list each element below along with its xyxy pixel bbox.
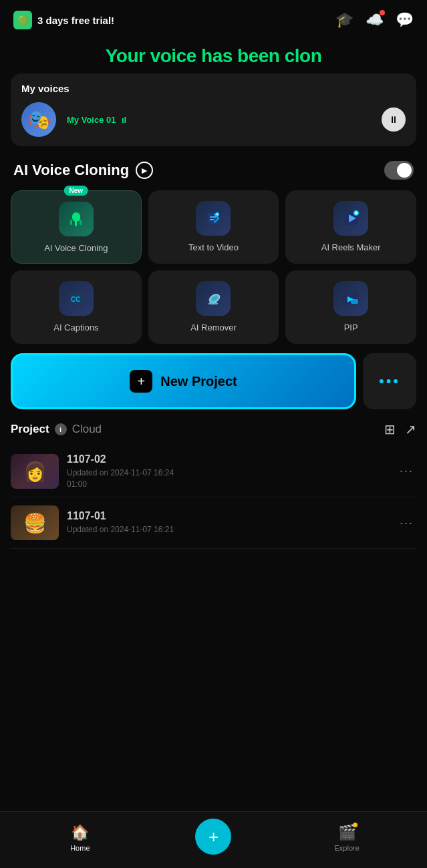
voice-bars: ıl: [122, 115, 126, 125]
project-item[interactable]: 1107-01 Updated on 2024-11-07 16:21 ···: [11, 497, 416, 549]
feature-label-ai-reels-maker: AI Reels Maker: [321, 242, 381, 252]
feature-card-ai-remover[interactable]: AI Remover: [148, 270, 279, 344]
voice-item[interactable]: 🎭 My Voice 01 ıl ⏸: [21, 102, 406, 137]
top-icons: 🎓 ☁️ 💬: [335, 11, 414, 29]
feature-label-ai-voice-cloning: AI Voice Cloning: [44, 243, 108, 253]
play-circle-icon[interactable]: ▶: [136, 162, 153, 179]
voices-card: My voices 🎭 My Voice 01 ıl ⏸: [11, 73, 416, 146]
ai-reels-icon: [333, 201, 368, 236]
ai-voice-section-header: AI Voice Cloning ▶: [0, 153, 427, 186]
nav-explore[interactable]: 🎬 Explore: [327, 824, 367, 852]
nav-home[interactable]: 🏠 Home: [60, 824, 100, 852]
bottom-nav: 🏠 Home + 🎬 Explore: [0, 811, 427, 868]
trial-icon: 🟢: [13, 11, 32, 29]
banner-title: Your voice has been clon: [0, 36, 427, 73]
project-header: Project i Cloud ⊞ ↗: [11, 421, 416, 437]
feature-card-text-to-video[interactable]: Text to Video: [148, 190, 279, 264]
new-project-button[interactable]: + New Project: [11, 353, 356, 409]
trial-badge[interactable]: 🟢 3 days free trial!: [13, 11, 114, 29]
nav-create[interactable]: +: [193, 819, 233, 857]
svg-rect-14: [208, 302, 218, 304]
item-more-button-1[interactable]: ···: [397, 464, 416, 478]
more-button[interactable]: •••: [363, 353, 416, 409]
share-icon[interactable]: ↗: [405, 421, 416, 437]
project-duration: 01:00: [67, 479, 389, 489]
graduation-icon[interactable]: 🎓: [335, 11, 353, 29]
ai-voice-icon: [59, 202, 94, 236]
voice-name: My Voice 01 ıl: [64, 114, 374, 126]
new-project-label: New Project: [160, 374, 237, 389]
feature-card-pip[interactable]: PIP: [285, 270, 416, 344]
new-badge: New: [64, 186, 89, 196]
project-list: 1107-02 Updated on 2024-11-07 16:24 01:0…: [11, 445, 416, 549]
action-row: + New Project •••: [0, 351, 427, 417]
item-more-button-2[interactable]: ···: [397, 516, 416, 530]
voices-label: My voices: [21, 83, 406, 94]
project-info-icon[interactable]: i: [55, 423, 67, 435]
feature-card-ai-reels-maker[interactable]: AI Reels Maker: [285, 190, 416, 264]
grid-view-icon[interactable]: ⊞: [384, 421, 396, 437]
ai-remover-icon: [196, 281, 231, 316]
feature-label-text-to-video: Text to Video: [188, 242, 239, 252]
text-to-video-icon: [196, 201, 231, 236]
project-name: 1107-02: [67, 453, 389, 465]
feature-card-ai-voice-cloning[interactable]: New AI Voice Cloning: [11, 190, 142, 264]
toggle-button[interactable]: [384, 161, 414, 180]
project-info-1107-02: 1107-02 Updated on 2024-11-07 16:24 01:0…: [67, 453, 389, 489]
cloud-tab[interactable]: Cloud: [72, 423, 102, 436]
project-date: Updated on 2024-11-07 16:24: [67, 468, 389, 477]
feature-card-ai-captions[interactable]: CC AI Captions: [11, 270, 142, 344]
svg-rect-3: [80, 220, 82, 225]
cloud-icon[interactable]: ☁️: [366, 11, 384, 29]
ai-captions-icon: CC: [59, 281, 94, 316]
pause-button[interactable]: ⏸: [382, 107, 406, 132]
feature-label-ai-captions: AI Captions: [53, 322, 98, 333]
feature-grid: New AI Voice Cloning Text to Video: [0, 186, 427, 351]
plus-icon: +: [130, 370, 152, 393]
project-date: Updated on 2024-11-07 16:21: [67, 525, 389, 534]
feature-label-ai-remover: AI Remover: [190, 322, 237, 333]
toggle-knob: [397, 163, 412, 178]
top-bar: 🟢 3 days free trial! 🎓 ☁️ 💬: [0, 0, 427, 36]
project-title: Project: [11, 423, 49, 436]
svg-rect-1: [70, 220, 72, 225]
svg-text:CC: CC: [71, 296, 80, 303]
project-thumbnail-1107-02: [11, 454, 59, 489]
pip-icon: [333, 281, 368, 316]
svg-rect-2: [75, 218, 77, 226]
project-thumbnail-1107-01: [11, 505, 59, 540]
project-actions: ⊞ ↗: [384, 421, 416, 437]
project-item[interactable]: 1107-02 Updated on 2024-11-07 16:24 01:0…: [11, 445, 416, 497]
ai-voice-title: AI Voice Cloning: [13, 162, 129, 179]
project-info-1107-01: 1107-01 Updated on 2024-11-07 16:21: [67, 510, 389, 536]
more-dots: •••: [379, 373, 400, 390]
home-icon: 🏠: [71, 824, 89, 841]
project-name: 1107-01: [67, 510, 389, 522]
voice-avatar: 🎭: [21, 102, 56, 137]
explore-label: Explore: [334, 844, 359, 852]
feature-label-pip: PIP: [344, 322, 358, 333]
create-button[interactable]: +: [195, 819, 231, 855]
trial-text: 3 days free trial!: [37, 15, 114, 26]
message-icon[interactable]: 💬: [396, 11, 414, 29]
explore-icon: 🎬: [338, 824, 356, 841]
project-section: Project i Cloud ⊞ ↗ 1107-02 Updated on 2…: [0, 417, 427, 609]
home-label: Home: [70, 844, 90, 852]
